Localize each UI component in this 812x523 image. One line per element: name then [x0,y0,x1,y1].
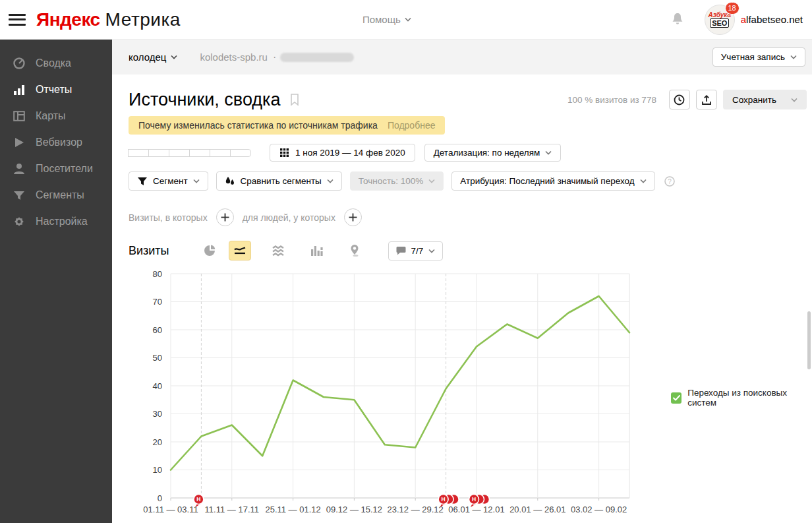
chevron-down-icon [640,179,647,183]
account-button-label: Учетная запись [721,52,785,62]
notifications-bell-icon[interactable] [670,12,685,28]
speech-bubble-icon [396,246,406,255]
sidebar-item-карты[interactable]: Карты [0,103,112,129]
svg-text:Н: Н [472,496,476,503]
period-tab[interactable] [210,149,231,157]
stacked-area-icon [271,243,285,258]
info-banner: Почему изменилась статистика по источник… [129,116,445,135]
accuracy-button[interactable]: Точность: 100% [350,171,444,191]
username[interactable]: alfabetseo.net [741,14,803,25]
accuracy-label: Точность: 100% [359,176,423,186]
granularity-button[interactable]: Детализация: по неделям [424,144,562,162]
upload-icon [701,94,712,106]
bookmark-icon[interactable] [289,93,300,106]
svg-text:60: 60 [153,325,162,335]
svg-text:20: 20 [153,437,162,447]
sidebar-item-вебвизор[interactable]: Вебвизор [0,129,112,156]
svg-text:01.11 — 03.11: 01.11 — 03.11 [143,505,198,514]
period-tab[interactable] [128,149,149,157]
layout-icon [13,109,26,123]
period-tab[interactable] [230,149,251,157]
logo-product: Метрика [105,9,181,30]
page-title: Источники, сводка [129,90,281,110]
header: Яндекс Метрика Помощь Азбука SEO 18 alfa… [0,0,812,40]
counter-selector[interactable]: колодец [129,51,177,63]
counter-topbar: колодец kolodets-spb.ru · Учетная запись [112,40,812,75]
site-name: kolodets-spb.ru [200,51,268,63]
segment-button[interactable]: Сегмент [129,171,208,191]
chevron-down-icon [405,17,411,22]
main-area: колодец kolodets-spb.ru · Учетная запись… [112,40,812,523]
plus-icon [349,213,357,222]
svg-text:0: 0 [158,493,162,503]
chevron-down-icon [428,249,435,253]
sidebar-item-сегменты[interactable]: Сегменты [0,182,112,208]
banner-text: Почему изменилась статистика по источник… [138,120,378,131]
sidebar-item-label: Посетители [36,163,93,175]
date-range-button[interactable]: 1 ноя 2019 — 14 фев 2020 [270,144,415,162]
banner-more-link[interactable]: Подробнее [388,120,436,131]
period-tab[interactable] [148,149,169,157]
chevron-down-icon [545,150,552,155]
svg-text:25.11 — 01.12: 25.11 — 01.12 [265,505,320,514]
username-rest: lfabetseo.net [746,14,803,25]
add-people-filter-button[interactable] [344,208,362,226]
svg-text:10: 10 [153,465,162,475]
yandex-metrica-app: Яндекс Метрика Помощь Азбука SEO 18 alfa… [0,0,812,523]
sidebar-item-посетители[interactable]: Посетители [0,156,112,182]
chart-type-line-button[interactable] [229,241,251,261]
chart-type-columns-button[interactable] [305,241,328,261]
svg-text:06.01 — 12.01: 06.01 — 12.01 [448,505,504,514]
sidebar-item-label: Отчеты [36,84,72,96]
droplets-icon [225,176,235,187]
nav-item-help[interactable]: Помощь [362,14,411,25]
visit-filters-row: Визиты, в которых для людей, у которых [129,208,812,226]
account-button[interactable]: Учетная запись [712,47,805,67]
svg-text:20.01 — 26.01: 20.01 — 26.01 [509,505,566,514]
chevron-down-icon [791,98,798,102]
period-tab[interactable] [169,149,190,157]
segment-filter-row: Сегмент Сравнить сегменты Точность: 100%… [129,171,812,191]
header-right: Азбука SEO 18 alfabetseo.net [670,5,803,35]
goals-count-label: 7/7 [411,246,424,256]
sidebar-item-настройка[interactable]: Настройка [0,208,112,235]
sidebar-item-сводка[interactable]: Сводка [0,50,112,77]
attribution-label: Атрибуция: Последний значимый переход [460,176,634,186]
attribution-button[interactable]: Атрибуция: Последний значимый переход [451,171,654,191]
sidebar-item-label: Сегменты [36,189,84,201]
avatar-text-bottom: SEO [710,18,729,28]
logo[interactable]: Яндекс Метрика [36,9,181,30]
history-button[interactable] [669,90,690,109]
visits-chart[interactable]: 0102030405060708001.11 — 03.1111.11 — 17… [129,267,649,523]
period-tabs [129,149,251,157]
legend-item-search-traffic[interactable]: Переходы из поисковых систем [671,388,812,408]
hamburger-menu-icon[interactable] [9,14,26,26]
export-button[interactable] [696,90,717,109]
compare-segments-label: Сравнить сегменты [241,176,322,186]
title-actions: 100 % визитов из 778 Сохранить [567,90,807,109]
visits-sample-info: 100 % визитов из 778 [567,95,656,105]
calendar-icon [279,148,289,158]
chart-type-area-button[interactable] [267,241,289,261]
page-scrollbar[interactable] [807,311,811,369]
chart-type-map-button[interactable] [343,241,366,261]
svg-text:80: 80 [153,269,162,279]
save-button[interactable]: Сохранить [723,90,807,109]
legend-checkbox[interactable] [671,392,682,404]
svg-text:40: 40 [153,381,162,391]
add-visit-filter-button[interactable] [216,208,234,226]
goals-dropdown[interactable]: 7/7 [388,241,444,261]
funnel-icon [13,189,26,202]
line-chart-icon [233,243,247,258]
sidebar-item-отчеты[interactable]: Отчеты [0,77,112,103]
sidebar-item-label: Настройка [36,216,88,228]
svg-text:09.12 — 15.12: 09.12 — 15.12 [326,505,382,514]
counter-name: колодец [129,51,166,63]
svg-text:30: 30 [153,409,162,419]
chart-type-pie-button[interactable] [198,241,221,261]
svg-text:Н: Н [196,496,200,503]
compare-segments-button[interactable]: Сравнить сегменты [216,171,342,191]
period-tab[interactable] [189,149,210,157]
help-question-icon[interactable]: ? [664,176,675,187]
user-avatar[interactable]: Азбука SEO 18 [705,5,735,35]
